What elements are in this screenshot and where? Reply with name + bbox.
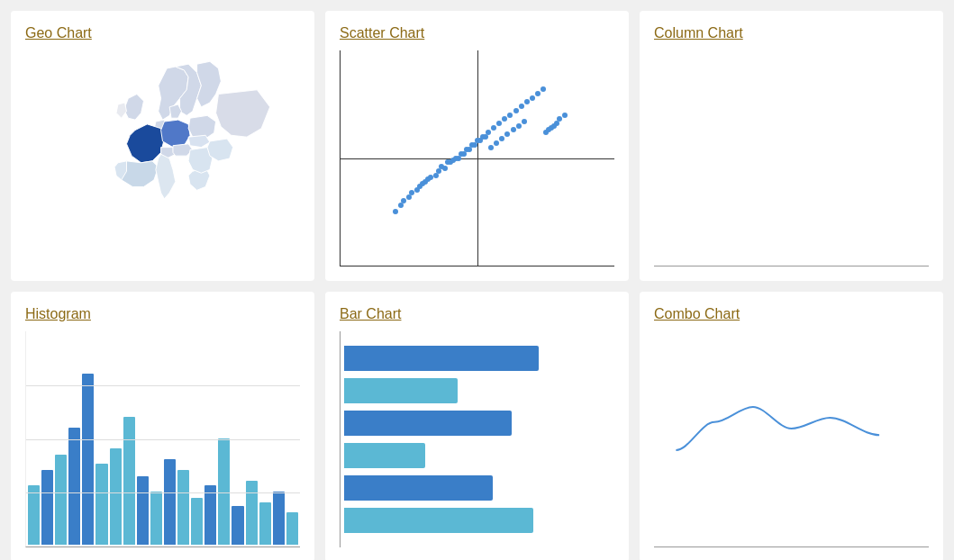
scatter-dot [483, 134, 488, 140]
bar-chart-card: Bar Chart [325, 292, 629, 560]
bar-row [344, 378, 458, 403]
histogram-bar [55, 455, 67, 545]
scatter-dot [522, 119, 527, 124]
histogram-bar [273, 492, 285, 545]
histogram-bar [28, 485, 40, 545]
histogram-bar [137, 476, 149, 545]
scatter-dot [491, 125, 496, 131]
combo-chart-area [654, 331, 929, 547]
scatter-dot [557, 116, 562, 122]
scatter-dot [494, 140, 499, 146]
histogram-title[interactable]: Histogram [25, 306, 300, 322]
histogram-bar [164, 459, 176, 545]
scatter-chart-area [340, 50, 614, 266]
histogram-bar [191, 498, 203, 545]
combo-chart-card: Combo Chart [640, 292, 943, 560]
column-chart-title[interactable]: Column Chart [654, 25, 929, 41]
scatter-dot [541, 86, 546, 92]
scatter-dot [401, 198, 406, 203]
scatter-dot [499, 136, 504, 141]
histo-grid-line [26, 492, 300, 493]
histogram-bar [68, 428, 80, 545]
scatter-chart-title[interactable]: Scatter Chart [340, 25, 614, 41]
column-chart-area [654, 50, 929, 266]
histogram-bar [110, 448, 122, 545]
combo-plot [654, 331, 929, 547]
combo-chart-title[interactable]: Combo Chart [654, 306, 929, 322]
geo-chart-card: Geo Chart [11, 11, 314, 281]
scatter-dot [417, 184, 422, 189]
scatter-dot [502, 116, 507, 122]
histogram-bar [232, 506, 243, 545]
scatter-dot [488, 145, 494, 150]
scatter-dot [562, 113, 568, 118]
scatter-chart-card: Scatter Chart [325, 11, 629, 281]
column-plot [654, 50, 929, 266]
histogram-bar [259, 502, 271, 545]
scatter-dot [524, 99, 530, 104]
geo-map [25, 50, 300, 266]
histogram-bar [218, 438, 230, 546]
histogram-bar [286, 512, 298, 545]
scatter-dot [467, 147, 472, 152]
bar-row [344, 508, 533, 533]
bar-row [344, 346, 539, 371]
scatter-dot [472, 142, 477, 148]
histogram-bar [82, 374, 94, 545]
scatter-dot [393, 209, 398, 214]
histogram-card: Histogram [11, 292, 314, 560]
scatter-dot [422, 179, 428, 185]
combo-wrapper [654, 331, 929, 547]
scatter-dot [461, 151, 467, 157]
bar-chart-title[interactable]: Bar Chart [340, 306, 614, 322]
bar-plot [340, 331, 614, 547]
scatter-dot [409, 190, 414, 195]
bar-row [344, 443, 425, 468]
scatter-dot [507, 113, 513, 118]
histogram-bar [95, 464, 107, 545]
histogram-bar [123, 417, 135, 545]
scatter-dot [428, 175, 433, 180]
bar-chart-area [340, 331, 614, 547]
histogram-plot [25, 331, 300, 547]
scatter-dot [504, 131, 510, 137]
histogram-bar [150, 492, 162, 545]
scatter-dot [551, 123, 557, 129]
scatter-dot [456, 156, 461, 161]
charts-grid: Geo Chart [11, 11, 943, 560]
scatter-dot [496, 121, 502, 126]
scatter-plot [340, 50, 614, 266]
histogram-area [25, 331, 300, 547]
geo-chart-title[interactable]: Geo Chart [25, 25, 300, 41]
geo-chart-area [25, 50, 300, 266]
scatter-dot [511, 127, 516, 132]
scatter-dot [439, 164, 444, 169]
histogram-bar [41, 470, 53, 545]
geo-svg [25, 50, 300, 266]
scatter-dot [513, 108, 519, 113]
column-chart-card: Column Chart [640, 11, 943, 281]
scatter-dot [519, 104, 524, 109]
scatter-dot [516, 123, 522, 129]
histogram-bar [204, 485, 216, 545]
histogram-bar [246, 481, 258, 545]
scatter-dot [535, 91, 541, 96]
histogram-bar [177, 470, 189, 545]
scatter-dot [546, 127, 551, 132]
scatter-dot [477, 138, 483, 143]
scatter-dot [530, 95, 535, 101]
scatter-vline [477, 50, 478, 266]
bar-row [344, 475, 493, 501]
bar-row [344, 411, 512, 436]
scatter-dot [450, 158, 456, 163]
